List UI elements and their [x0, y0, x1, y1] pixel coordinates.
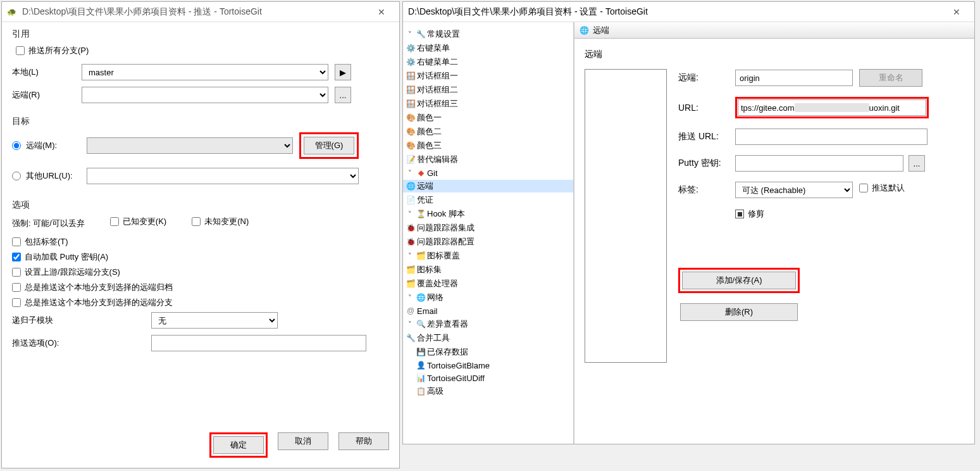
- tree-color1[interactable]: 颜色一: [417, 112, 442, 123]
- editor-icon: [406, 154, 416, 165]
- tree-hook[interactable]: Hook 脚本: [427, 208, 465, 220]
- tags-select[interactable]: 可达 (Reachable): [735, 182, 853, 198]
- recurse-select[interactable]: 无: [151, 312, 278, 329]
- tree-alt-editor[interactable]: 替代编辑器: [417, 154, 458, 165]
- tree-network[interactable]: 网络: [427, 292, 443, 303]
- tree-git[interactable]: Git: [427, 168, 438, 178]
- url-redacted: [795, 103, 869, 112]
- manage-button[interactable]: 管理(G): [304, 137, 354, 154]
- remote-combo[interactable]: [87, 137, 293, 154]
- browse-button[interactable]: ...: [335, 87, 351, 103]
- ref-group-title: 引用: [12, 28, 389, 40]
- autoload-putty-checkbox[interactable]: [12, 253, 21, 261]
- remote-listbox[interactable]: [585, 69, 667, 363]
- toggle-icon[interactable]: ˅: [406, 320, 414, 329]
- settings-tree[interactable]: ˅常规设置 右键菜单 右键菜单二 对话框组一 对话框组二 对话框组三 颜色一 颜…: [403, 22, 574, 444]
- tree-mergetool[interactable]: 合并工具: [417, 332, 450, 344]
- delete-button[interactable]: 删除(R): [680, 303, 798, 321]
- unknown-change-checkbox[interactable]: [192, 217, 201, 226]
- options-group-title: 选项: [12, 199, 389, 211]
- tree-dlg2[interactable]: 对话框组二: [417, 84, 458, 96]
- push-all-checkbox[interactable]: [16, 46, 25, 55]
- windows-icon: [406, 99, 416, 109]
- push-default-checkbox[interactable]: [859, 184, 868, 192]
- tree-issue-cfg[interactable]: 问题跟踪器配置: [417, 236, 474, 248]
- always-branch-label: 总是推送这个本地分支到选择的远端分支: [25, 297, 173, 308]
- tree-context2[interactable]: 右键菜单二: [417, 56, 458, 68]
- always-branch-checkbox[interactable]: [12, 298, 21, 307]
- include-tags-label: 包括标签(T): [25, 236, 68, 248]
- set-upstream-checkbox[interactable]: [12, 268, 21, 277]
- tree-overlay[interactable]: 图标覆盖: [427, 250, 460, 261]
- prune-label: 修剪: [748, 208, 764, 220]
- add-save-button[interactable]: 添加/保存(A): [682, 272, 796, 289]
- palette-icon: [406, 113, 416, 123]
- toggle-icon[interactable]: ˅: [406, 169, 414, 177]
- tree-issue-int[interactable]: 问题跟踪器集成: [417, 222, 474, 234]
- gear-icon: [406, 57, 416, 67]
- other-url-radio[interactable]: [12, 172, 21, 180]
- tree-dlg3[interactable]: 对话框组三: [417, 98, 458, 110]
- tree-color3[interactable]: 颜色三: [417, 140, 442, 151]
- tree-overlay-handler[interactable]: 覆盖处理器: [417, 278, 458, 289]
- help-button[interactable]: 帮助: [338, 432, 389, 450]
- remote-radio[interactable]: [12, 141, 21, 150]
- palette-icon: [406, 127, 416, 137]
- recurse-label: 递归子模块: [12, 315, 151, 326]
- autoload-putty-label: 自动加载 Putty 密钥(A): [25, 251, 108, 263]
- prune-checkbox[interactable]: [735, 210, 744, 218]
- url-highlight: tps://gitee.com uoxin.git: [735, 97, 929, 118]
- tree-cred[interactable]: 凭证: [417, 194, 433, 206]
- putty-key-input[interactable]: [735, 155, 903, 172]
- include-tags-checkbox[interactable]: [12, 237, 21, 246]
- push-opt-input[interactable]: [151, 335, 366, 351]
- remote-name-input[interactable]: [735, 70, 853, 86]
- section-title: 远端: [585, 49, 964, 60]
- always-archive-checkbox[interactable]: [12, 283, 21, 292]
- tree-email[interactable]: Email: [417, 306, 438, 316]
- tree-advanced[interactable]: 高级: [427, 386, 443, 397]
- toggle-icon[interactable]: ˅: [406, 210, 414, 218]
- local-branch-select[interactable]: master: [82, 64, 328, 80]
- push-all-label: 推送所有分支(P): [28, 45, 89, 56]
- close-button[interactable]: ✕: [369, 2, 394, 22]
- dialog-footer: 确定 取消 帮助: [2, 426, 399, 468]
- cancel-button[interactable]: 取消: [278, 432, 328, 450]
- tree-blame[interactable]: TortoiseGitBlame: [427, 361, 490, 370]
- git-icon: [416, 168, 426, 178]
- other-url-label: 其他URL(U):: [26, 170, 87, 182]
- panel-body: 远端 远端: 重命名 URL:: [574, 39, 974, 444]
- tree-color2[interactable]: 颜色二: [417, 126, 442, 137]
- tree-diffviewer[interactable]: 差异查看器: [427, 318, 468, 330]
- tree-saved[interactable]: 已保存数据: [427, 346, 468, 358]
- app-icon: [7, 7, 17, 17]
- play-button[interactable]: ▶: [335, 64, 351, 80]
- close-button[interactable]: ✕: [944, 2, 969, 22]
- url-prefix: tps://gitee.com: [741, 103, 795, 113]
- push-url-input[interactable]: [735, 129, 927, 145]
- adv-icon: [416, 386, 426, 396]
- local-label: 本地(L): [12, 66, 82, 78]
- toggle-icon[interactable]: ˅: [406, 294, 414, 302]
- toggle-icon[interactable]: ˅: [406, 252, 414, 260]
- remote-label: 远端:: [678, 72, 735, 84]
- tree-remote[interactable]: 远端: [417, 180, 433, 192]
- window-title: D:\Desktop\项目文件\果果小师弟项目资料 - 推送 - Tortois…: [22, 6, 369, 18]
- tree-iconset[interactable]: 图标集: [417, 264, 442, 275]
- other-url-select[interactable]: [87, 168, 359, 184]
- tree-dlg1[interactable]: 对话框组一: [417, 70, 458, 82]
- tree-udiff[interactable]: TortoiseGitUDiff: [427, 374, 485, 383]
- settings-dialog-window: D:\Desktop\项目文件\果果小师弟项目资料 - 设置 - Tortois…: [402, 1, 975, 444]
- rename-button: 重命名: [859, 69, 922, 87]
- url-label: URL:: [678, 103, 735, 113]
- ok-button[interactable]: 确定: [213, 436, 264, 454]
- tree-context1[interactable]: 右键菜单: [417, 42, 450, 54]
- known-change-checkbox[interactable]: [110, 217, 119, 226]
- url-input[interactable]: tps://gitee.com uoxin.git: [738, 99, 926, 116]
- putty-browse-button[interactable]: ...: [909, 155, 925, 172]
- tree-general[interactable]: 常规设置: [427, 28, 460, 40]
- remote-ref-select[interactable]: [82, 87, 328, 103]
- windows-icon: [406, 71, 416, 81]
- bug-icon: [406, 237, 416, 247]
- toggle-icon[interactable]: ˅: [406, 30, 414, 39]
